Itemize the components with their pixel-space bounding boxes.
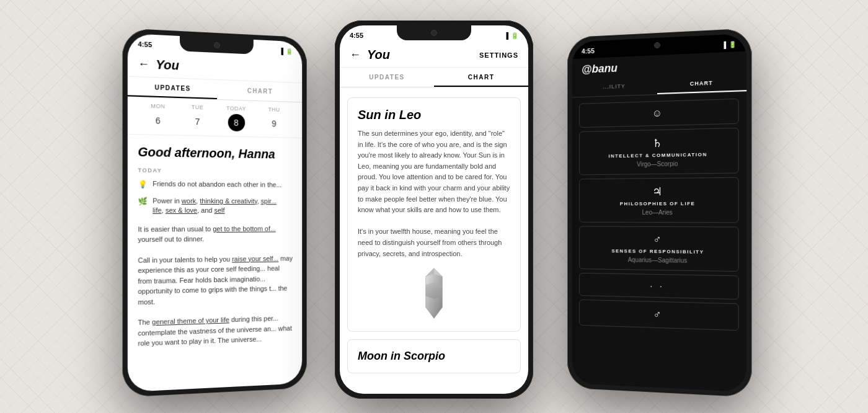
- status-icons-center: ▐ 🔋: [504, 32, 518, 39]
- update-text-1: Friends do not abandon each other in the…: [153, 179, 281, 190]
- sun-card-body: The sun determines your ego, identity, a…: [358, 128, 510, 259]
- signal-icon-left: ▐: [279, 47, 283, 54]
- chart-signs-1: Virgo—Scorpio: [637, 161, 678, 168]
- update-emoji-1: 💡: [138, 179, 147, 190]
- body-text-3: The general theme of your life during th…: [128, 308, 302, 354]
- right-app-content: 4:55 ▐ 🔋 @banu ...ILITY CHART: [572, 33, 746, 392]
- chart-symbol-2: ♃: [652, 185, 662, 198]
- signal-icon-center: ▐: [504, 32, 508, 39]
- chart-signs-3: Aquarius—Sagittarius: [628, 256, 688, 264]
- sun-card-title: Sun in Leo: [358, 108, 510, 122]
- status-icons-left: ▐ 🔋: [279, 47, 293, 55]
- phones-container: 4:55 ▐ 🔋 ← You UPDATES: [93, 14, 775, 399]
- battery-icon-left: 🔋: [286, 48, 293, 55]
- tab-updates-center[interactable]: UPDATES: [340, 68, 434, 87]
- chart-symbol-5: ♂: [653, 308, 661, 321]
- settings-button[interactable]: SETTINGS: [479, 51, 518, 59]
- chart-signs-2: Leo—Aries: [642, 209, 673, 216]
- chart-row-4: · ·: [579, 273, 739, 300]
- cal-day-today[interactable]: TODAY 8: [217, 105, 255, 131]
- tab-chart-right[interactable]: CHART: [657, 72, 746, 94]
- crystal-illustration: [412, 265, 456, 321]
- chart-row-2: ♃ PHILOSOPHIES OF LIFE Leo—Aries: [579, 177, 739, 223]
- chart-row-5: ♂: [579, 300, 739, 331]
- chart-category-2: PHILOSOPHIES OF LIFE: [620, 201, 696, 206]
- phone-left: 4:55 ▐ 🔋 ← You UPDATES: [122, 28, 306, 397]
- chart-symbol-0: ☺: [652, 108, 662, 119]
- center-tabs: UPDATES CHART: [340, 68, 528, 87]
- camera-left: [214, 42, 220, 48]
- chart-row-1: ♄ INTELLECT & COMMUNICATION Virgo—Scorpi…: [579, 128, 739, 175]
- chart-symbol-3: ♂: [653, 233, 661, 246]
- camera-right: [654, 42, 660, 48]
- phone-center: 4:55 ▐ 🔋 ← You SETTINGS UPDATES: [335, 20, 533, 399]
- back-arrow-left[interactable]: ←: [138, 58, 149, 71]
- chart-symbol-4: · ·: [650, 281, 664, 291]
- chart-category-3: SENSES OF RESPONSIBILITY: [611, 248, 704, 255]
- phone-right: 4:55 ▐ 🔋 @banu ...ILITY CHART: [567, 28, 751, 397]
- tab-updates-left[interactable]: UPDATES: [128, 77, 217, 99]
- chart-row-3: ♂ SENSES OF RESPONSIBILITY Aquarius—Sagi…: [579, 226, 739, 272]
- tab-compatibility-right[interactable]: ...ILITY: [572, 76, 657, 97]
- cal-day-thu[interactable]: THU 9: [255, 106, 293, 133]
- battery-icon-right: 🔋: [728, 40, 736, 48]
- center-app-content: 4:55 ▐ 🔋 ← You SETTINGS UPDATES: [340, 25, 528, 394]
- status-time-right: 4:55: [582, 47, 595, 55]
- chart-row-0: ☺: [579, 99, 739, 128]
- center-header: ← You SETTINGS: [340, 43, 528, 68]
- update-text-2: Power in work, thinking & creativity, sp…: [153, 196, 277, 215]
- chart-symbol-1: ♄: [652, 136, 662, 150]
- moon-card-title: Moon in Scorpio: [358, 350, 510, 363]
- phone-notch-center: [397, 25, 471, 40]
- body-text-1: It is easier than usual to get to the bo…: [128, 218, 302, 250]
- cal-day-tue[interactable]: TUE 7: [178, 104, 217, 131]
- update-item-2: 🌿 Power in work, thinking & creativity, …: [128, 193, 302, 219]
- battery-icon-center: 🔋: [511, 32, 518, 39]
- status-time-center: 4:55: [350, 32, 363, 39]
- cal-day-mon[interactable]: MON 6: [138, 102, 177, 130]
- tab-chart-center[interactable]: CHART: [434, 68, 528, 87]
- left-app-title: You: [156, 58, 179, 73]
- sun-in-leo-card: Sun in Leo The sun determines your ego, …: [347, 97, 521, 332]
- status-icons-right: ▐ 🔋: [722, 40, 737, 48]
- greeting: Good afternoon, Hanna: [128, 135, 302, 167]
- status-time-left: 4:55: [138, 40, 152, 48]
- update-emoji-2: 🌿: [138, 196, 147, 215]
- tab-chart-left[interactable]: CHART: [217, 80, 302, 102]
- calendar-strip: MON 6 TUE 7 TODAY 8 THU 9: [128, 97, 302, 138]
- signal-icon-right: ▐: [722, 41, 726, 48]
- body-text-2: Call in your talents to help you raise y…: [128, 248, 302, 313]
- center-app-title: You: [367, 48, 390, 62]
- back-arrow-center[interactable]: ←: [350, 48, 361, 61]
- left-app-content: 4:55 ▐ 🔋 ← You UPDATES: [128, 33, 302, 392]
- camera-center: [431, 30, 437, 36]
- update-item-1: 💡 Friends do not abandon each other in t…: [128, 176, 302, 194]
- chart-category-1: INTELLECT & COMMUNICATION: [608, 152, 707, 159]
- svg-marker-4: [426, 282, 443, 299]
- moon-in-scorpio-card: Moon in Scorpio: [347, 339, 521, 373]
